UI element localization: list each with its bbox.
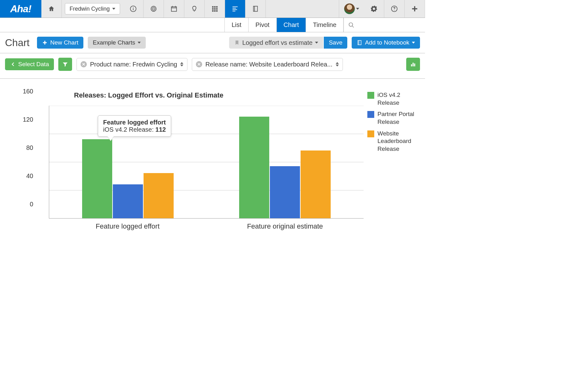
plus-icon[interactable] [405, 0, 425, 18]
gear-icon[interactable] [364, 0, 384, 18]
user-menu[interactable] [339, 0, 364, 18]
bar[interactable] [270, 166, 300, 219]
chart-area: Releases: Logged Effort vs. Original Est… [0, 79, 425, 243]
add-to-notebook-button[interactable]: Add to Notebook [352, 37, 420, 49]
lightbulb-icon[interactable] [184, 0, 205, 18]
legend-item[interactable]: Website Leaderboard Release [367, 130, 420, 153]
remove-filter-icon[interactable]: ✕ [196, 61, 202, 67]
calendar-icon[interactable] [164, 0, 184, 18]
add-to-notebook-label: Add to Notebook [365, 39, 409, 46]
remove-filter-icon[interactable]: ✕ [81, 61, 87, 67]
y-tick-label: 40 [26, 172, 33, 180]
page-title: Chart [5, 37, 29, 49]
svg-rect-1 [133, 8, 134, 10]
bar-group [207, 106, 364, 218]
search-icon [348, 22, 354, 28]
tab-pivot[interactable]: Pivot [248, 18, 276, 32]
caret-down-icon [412, 42, 415, 44]
filter-bar: Select Data ✕ Product name: Fredwin Cycl… [0, 53, 425, 79]
legend-item[interactable]: iOS v4.2 Release [367, 91, 420, 107]
tooltip-value: 112 [155, 126, 166, 133]
svg-point-30 [349, 23, 353, 26]
legend-label: iOS v4.2 Release [377, 91, 420, 107]
reports-icon[interactable] [225, 0, 245, 18]
filter-icon [62, 61, 68, 67]
plus-icon [42, 40, 48, 45]
select-data-button[interactable]: Select Data [5, 58, 54, 70]
bar[interactable] [113, 184, 143, 218]
view-tabs: List Pivot Chart Timeline [0, 18, 425, 32]
svg-rect-19 [216, 10, 218, 12]
save-button[interactable]: Save [324, 37, 347, 49]
filter-chip-product-label: Product name: Fredwin Cycling [90, 61, 177, 68]
tab-timeline[interactable]: Timeline [306, 18, 344, 32]
tab-list[interactable]: List [224, 18, 249, 32]
chart-tooltip: Feature logged effort iOS v4.2 Release: … [98, 115, 171, 137]
notebook-icon [357, 40, 362, 45]
target-icon[interactable] [144, 0, 164, 18]
svg-rect-23 [233, 11, 235, 11]
svg-rect-15 [214, 8, 216, 10]
filter-chip-release[interactable]: ✕ Release name: Website Leaderboard Rele… [192, 58, 343, 71]
home-icon[interactable] [41, 0, 62, 18]
tooltip-series: iOS v4.2 Release: [103, 126, 154, 133]
svg-rect-12 [214, 6, 216, 8]
svg-rect-13 [216, 6, 218, 8]
chart-plot: Feature logged effort iOS v4.2 Release: … [49, 106, 364, 219]
new-chart-button[interactable]: New Chart [37, 37, 83, 49]
legend-swatch [367, 130, 374, 137]
sort-icon [180, 62, 183, 66]
svg-rect-14 [212, 8, 214, 10]
svg-rect-20 [233, 7, 238, 7]
svg-rect-18 [214, 10, 216, 12]
svg-rect-11 [212, 6, 214, 8]
y-tick-label: 160 [23, 88, 33, 95]
legend-swatch [367, 92, 374, 99]
legend-label: Website Leaderboard Release [377, 130, 420, 153]
select-data-label: Select Data [18, 61, 49, 68]
chart-type-button[interactable] [406, 58, 420, 71]
chart-legend: iOS v4.2 ReleasePartner Portal ReleaseWe… [367, 91, 420, 230]
svg-rect-6 [171, 7, 177, 12]
product-selector[interactable]: Fredwin Cycling [65, 3, 120, 14]
bar[interactable] [239, 117, 269, 218]
svg-rect-16 [216, 8, 218, 10]
bar[interactable] [301, 151, 331, 218]
svg-point-5 [153, 8, 154, 9]
bookmark-icon [234, 40, 240, 45]
saved-view-label: Logged effort vs estimate [242, 39, 312, 46]
bar[interactable] [144, 173, 174, 218]
help-icon[interactable] [384, 0, 405, 18]
svg-rect-36 [411, 64, 412, 66]
filter-chip-product[interactable]: ✕ Product name: Fredwin Cycling [76, 58, 187, 71]
new-chart-label: New Chart [50, 39, 78, 46]
svg-rect-37 [412, 63, 413, 66]
top-navbar: Aha! Fredwin Cycling [0, 0, 425, 18]
svg-rect-2 [133, 7, 134, 8]
tab-chart[interactable]: Chart [276, 18, 306, 32]
svg-rect-21 [233, 8, 236, 8]
saved-view-button[interactable]: Logged effort vs estimate [229, 37, 323, 49]
grid-icon[interactable] [205, 0, 225, 18]
y-tick-label: 120 [23, 116, 33, 123]
bar[interactable] [82, 139, 112, 218]
legend-item[interactable]: Partner Portal Release [367, 110, 420, 126]
info-icon[interactable] [123, 0, 144, 18]
logo[interactable]: Aha! [0, 0, 41, 18]
product-selector-label: Fredwin Cycling [70, 6, 110, 12]
x-tick-label: Feature logged effort [49, 222, 206, 230]
search-input[interactable] [344, 18, 425, 32]
bars-container [49, 106, 364, 218]
legend-swatch [367, 111, 374, 118]
svg-point-27 [394, 10, 395, 11]
svg-rect-22 [233, 9, 237, 10]
chevron-left-icon [10, 61, 16, 67]
filter-button[interactable] [58, 58, 72, 71]
svg-rect-17 [212, 10, 214, 12]
example-charts-button[interactable]: Example Charts [88, 37, 146, 49]
x-axis-labels: Feature logged effortFeature original es… [49, 222, 364, 230]
caret-down-icon [356, 8, 359, 10]
notebook-icon[interactable] [245, 0, 266, 18]
chart-title: Releases: Logged Effort vs. Original Est… [74, 91, 364, 99]
filter-chip-release-label: Release name: Website Leaderboard Relea.… [205, 61, 332, 68]
